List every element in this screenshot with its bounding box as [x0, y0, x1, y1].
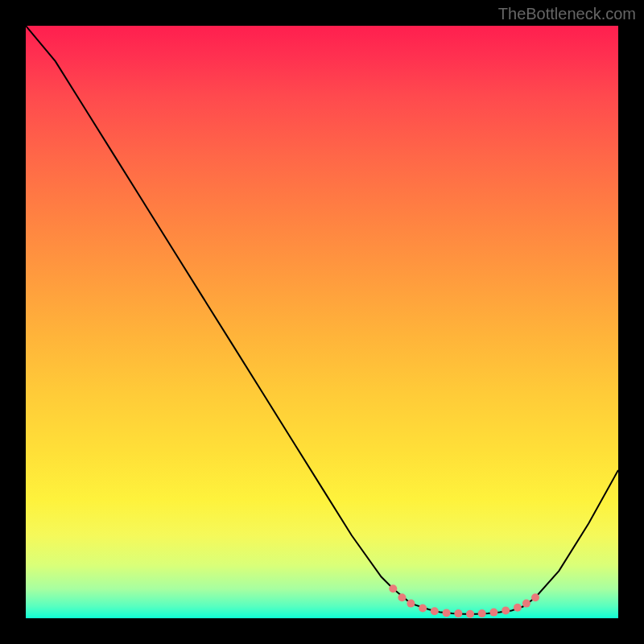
marker-dot [466, 610, 474, 618]
marker-dot [531, 593, 539, 601]
watermark-text: TheBottleneck.com [498, 5, 636, 23]
highlight-markers [389, 584, 539, 618]
marker-dot [489, 609, 497, 617]
chart-svg [26, 26, 618, 618]
marker-dot [398, 593, 406, 601]
marker-dot [419, 605, 427, 613]
marker-dot [443, 609, 451, 617]
marker-dot [478, 609, 486, 617]
marker-dot [389, 584, 397, 592]
marker-dot [502, 606, 510, 614]
bottleneck-curve-line [26, 26, 618, 614]
chart-container [26, 26, 618, 618]
marker-dot [514, 604, 522, 612]
marker-dot [522, 600, 530, 608]
marker-dot [407, 600, 415, 608]
marker-dot [431, 607, 439, 615]
marker-dot [454, 609, 462, 617]
